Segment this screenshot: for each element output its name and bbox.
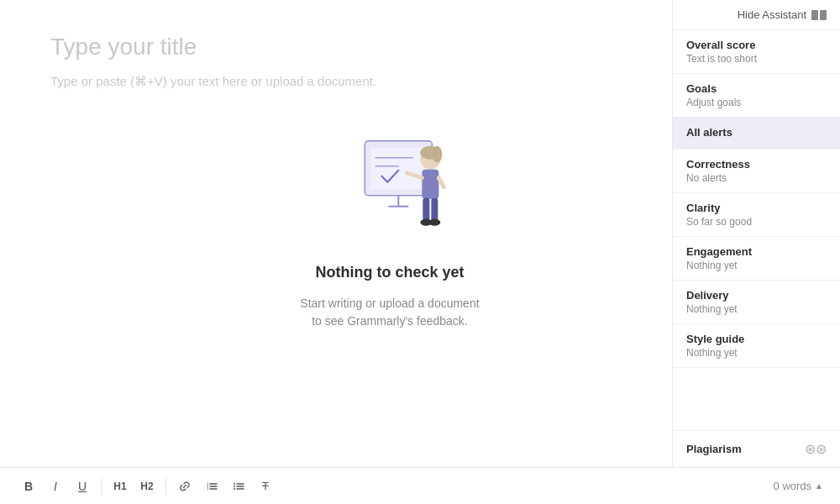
- sidebar-goals[interactable]: Goals Adjust goals: [673, 74, 840, 118]
- plagiarism-icon: ⊛⊛: [805, 441, 827, 457]
- link-button[interactable]: [173, 475, 197, 498]
- bold-button[interactable]: B: [17, 475, 40, 498]
- sidebar-correctness[interactable]: Correctness No alerts: [673, 150, 840, 193]
- sidebar-overall-score[interactable]: Overall score Text is too short: [673, 30, 840, 74]
- clarity-label: Clarity: [686, 202, 827, 214]
- illustration-subtitle: Start writing or upload a document to se…: [300, 295, 479, 330]
- goals-label: Goals: [686, 82, 827, 95]
- toolbar-divider-1: [101, 478, 102, 495]
- unordered-list-icon: [233, 480, 244, 492]
- illustration-area: Nothing to check yet Start writing or up…: [300, 116, 479, 330]
- strikethrough-button[interactable]: T: [254, 475, 277, 498]
- overall-score-sublabel: Text is too short: [686, 53, 827, 65]
- sidebar-engagement[interactable]: Engagement Nothing yet: [673, 237, 840, 281]
- hide-assistant-row: Hide Assistant: [673, 0, 840, 30]
- svg-rect-1: [370, 148, 426, 190]
- svg-text:3: 3: [207, 486, 209, 491]
- illustration-title: Nothing to check yet: [315, 264, 464, 281]
- word-count-caret: ▲: [815, 481, 823, 491]
- svg-point-25: [234, 483, 235, 485]
- svg-rect-12: [423, 198, 429, 222]
- editor-placeholder[interactable]: Type or paste (⌘+V) your text here or up…: [50, 74, 622, 89]
- svg-point-8: [432, 146, 442, 163]
- toolbar: B I U H1 H2 1 2 3 T 0 wor: [0, 467, 840, 504]
- plagiarism-label: Plagiarism: [686, 443, 742, 455]
- toolbar-divider-2: [165, 478, 166, 495]
- ordered-list-button[interactable]: 1 2 3: [200, 475, 223, 498]
- style-guide-label: Style guide: [686, 333, 827, 345]
- link-icon: [179, 480, 191, 492]
- underline-button[interactable]: U: [71, 475, 94, 498]
- goals-sublabel: Adjust goals: [686, 97, 827, 108]
- sidebar-style-guide[interactable]: Style guide Nothing yet: [673, 324, 840, 368]
- overall-score-label: Overall score: [686, 39, 827, 51]
- svg-point-15: [428, 219, 440, 226]
- delivery-sublabel: Nothing yet: [686, 303, 827, 315]
- word-count[interactable]: 0 words ▲: [774, 480, 823, 492]
- h2-button[interactable]: H2: [135, 475, 159, 498]
- hide-icon: [811, 10, 827, 20]
- hide-assistant-button[interactable]: Hide Assistant: [738, 8, 827, 21]
- sidebar-plagiarism[interactable]: Plagiarism ⊛⊛: [673, 430, 840, 467]
- sidebar: Hide Assistant Overall score Text is too…: [672, 0, 840, 467]
- sidebar-clarity[interactable]: Clarity So far so good: [673, 193, 840, 237]
- style-guide-sublabel: Nothing yet: [686, 347, 827, 359]
- svg-point-26: [234, 486, 235, 487]
- correctness-sublabel: No alerts: [686, 172, 827, 184]
- delivery-label: Delivery: [686, 289, 827, 302]
- engagement-sublabel: Nothing yet: [686, 260, 827, 271]
- sidebar-all-alerts[interactable]: All alerts: [673, 118, 840, 150]
- editor-area: Type your title Type or paste (⌘+V) your…: [0, 0, 672, 467]
- correctness-label: Correctness: [686, 158, 827, 171]
- svg-rect-9: [422, 170, 438, 199]
- engagement-label: Engagement: [686, 245, 827, 258]
- h1-button[interactable]: H1: [108, 475, 132, 498]
- clarity-sublabel: So far so good: [686, 216, 827, 228]
- svg-line-11: [438, 178, 444, 187]
- editor-title[interactable]: Type your title: [50, 34, 622, 60]
- unordered-list-button[interactable]: [227, 475, 250, 498]
- sidebar-delivery[interactable]: Delivery Nothing yet: [673, 281, 840, 324]
- svg-rect-13: [431, 198, 438, 222]
- ordered-list-icon: 1 2 3: [206, 480, 218, 492]
- all-alerts-label: All alerts: [686, 126, 827, 139]
- hide-assistant-label: Hide Assistant: [738, 8, 806, 21]
- svg-point-27: [234, 488, 235, 490]
- main-layout: Type your title Type or paste (⌘+V) your…: [0, 0, 840, 467]
- illustration-graphic: [323, 116, 457, 250]
- word-count-value: 0 words: [774, 480, 812, 492]
- italic-button[interactable]: I: [44, 475, 67, 498]
